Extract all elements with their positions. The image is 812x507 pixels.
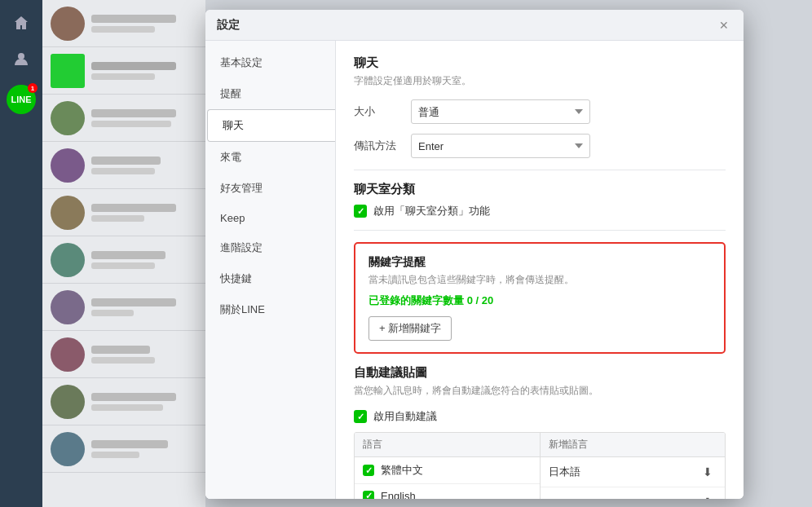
nav-item-advanced[interactable]: 進階設定 xyxy=(205,232,335,263)
list-item[interactable] xyxy=(42,331,205,378)
list-item[interactable] xyxy=(42,95,205,142)
download-japanese-button[interactable]: ⬇ xyxy=(699,463,717,481)
chat-name xyxy=(91,440,168,448)
nav-item-chat[interactable]: 聊天 xyxy=(207,109,335,142)
notification-badge: 1 xyxy=(28,83,38,93)
dialog-titlebar: 設定 ✕ xyxy=(205,10,744,41)
chat-preview xyxy=(91,168,155,174)
sidebar-profile-icon[interactable] xyxy=(7,44,36,73)
avatar xyxy=(51,243,85,277)
nav-item-calls[interactable]: 來電 xyxy=(205,142,335,173)
chat-preview xyxy=(91,73,155,80)
chat-preview xyxy=(91,404,163,411)
download-bahasa-button[interactable]: ⬇ xyxy=(699,493,717,499)
nav-item-notification[interactable]: 提醒 xyxy=(205,78,335,109)
sticker-section-desc: 當您輸入訊息時，將會自動建議您符合的表情貼或貼圖。 xyxy=(354,384,726,398)
sidebar-home-icon[interactable] xyxy=(7,8,36,37)
chat-preview xyxy=(91,310,134,316)
nav-item-shortcuts[interactable]: 快捷鍵 xyxy=(205,263,335,294)
list-item[interactable] xyxy=(42,189,205,236)
lang-item-japanese: 日本語 ⬇ xyxy=(541,457,726,487)
chat-name xyxy=(91,157,161,165)
list-item[interactable] xyxy=(42,378,205,425)
sticker-checkbox[interactable] xyxy=(354,410,367,423)
avatar xyxy=(51,7,85,41)
avatar xyxy=(51,148,85,183)
avatar xyxy=(51,385,85,419)
divider-2 xyxy=(354,230,726,231)
list-item[interactable] xyxy=(42,47,205,95)
sticker-section: 自動建議貼圖 當您輸入訊息時，將會自動建議您符合的表情貼或貼圖。 啟用自動建議 … xyxy=(354,365,726,499)
lang-item-traditional-chinese: 繁體中文 xyxy=(355,457,540,484)
chat-section-title: 聊天 xyxy=(354,55,726,71)
avatar xyxy=(51,54,85,88)
sidebar-line-icon[interactable]: LINE 1 xyxy=(7,85,36,114)
left-sidebar: LINE 1 xyxy=(0,0,42,507)
language-col-header: 語言 xyxy=(355,433,540,457)
add-keyword-button[interactable]: + 新增關鍵字 xyxy=(368,316,452,341)
lang-item-english: English xyxy=(355,484,540,499)
available-languages-col: 新增語言 日本語 ⬇ Bahasa Indonesia ⬇ Español ⬇ xyxy=(540,433,726,499)
list-item[interactable] xyxy=(42,0,205,47)
send-method-row: 傳訊方法 Enter Ctrl+Enter xyxy=(354,134,726,158)
room-category-checkbox-row: 啟用「聊天室分類」功能 xyxy=(354,204,726,218)
close-button[interactable]: ✕ xyxy=(716,17,732,33)
room-category-checkbox-label: 啟用「聊天室分類」功能 xyxy=(373,204,490,218)
enabled-languages-col: 語言 繁體中文 English xyxy=(355,433,540,499)
avatar xyxy=(51,432,85,466)
nav-item-keep[interactable]: Keep xyxy=(205,204,335,232)
lang-label-japanese: 日本語 xyxy=(549,465,580,479)
keyword-section-desc: 當未讀訊息包含這些關鍵字時，將會傳送提醒。 xyxy=(368,273,711,287)
chat-preview xyxy=(91,357,155,364)
list-item[interactable] xyxy=(42,284,205,331)
nav-item-friends[interactable]: 好友管理 xyxy=(205,173,335,204)
chat-name xyxy=(91,62,176,70)
svg-point-0 xyxy=(18,53,24,60)
nav-item-about[interactable]: 關於LINE xyxy=(205,294,335,325)
chat-name xyxy=(91,204,176,212)
chat-preview xyxy=(91,121,171,127)
chat-preview xyxy=(91,262,155,269)
sticker-checkbox-label: 啟用自動建議 xyxy=(373,409,437,424)
lang-checkbox-traditional-chinese[interactable] xyxy=(363,465,374,476)
settings-content: 聊天 字體設定僅適用於聊天室。 大小 小 普通 大 傳訊方法 Enter Ctr… xyxy=(336,41,744,499)
size-select[interactable]: 小 普通 大 xyxy=(411,99,590,124)
language-table: 語言 繁體中文 English 新增語言 xyxy=(354,432,726,499)
list-item[interactable] xyxy=(42,236,205,284)
avatar xyxy=(51,196,85,230)
room-category-title: 聊天室分類 xyxy=(354,182,726,197)
chat-name xyxy=(91,109,176,117)
nav-item-basic[interactable]: 基本設定 xyxy=(205,47,335,78)
send-method-select[interactable]: Enter Ctrl+Enter xyxy=(411,134,590,158)
chat-name xyxy=(91,346,150,354)
avatar xyxy=(51,337,85,372)
room-category-checkbox[interactable] xyxy=(354,205,367,218)
avatar xyxy=(51,290,85,324)
dialog-title: 設定 xyxy=(217,18,716,33)
lang-item-bahasa: Bahasa Indonesia ⬇ xyxy=(541,487,726,499)
keyword-count-label: 已登錄的關鍵字數量 0 / 20 xyxy=(368,293,711,308)
size-label: 大小 xyxy=(354,104,411,119)
chat-preview xyxy=(91,26,155,33)
chat-preview xyxy=(91,452,139,458)
dialog-body: 基本設定 提醒 聊天 來電 好友管理 Keep 進階設定 快捷鍵 關於LINE … xyxy=(205,41,744,499)
list-item[interactable] xyxy=(42,142,205,189)
chat-preview xyxy=(91,215,144,222)
chat-name xyxy=(91,298,176,306)
keyword-section-title: 關鍵字提醒 xyxy=(368,255,711,270)
sticker-section-title: 自動建議貼圖 xyxy=(354,365,726,381)
settings-dialog: 設定 ✕ 基本設定 提醒 聊天 來電 好友管理 Keep 進階設定 快捷鍵 關於… xyxy=(205,10,744,499)
sticker-checkbox-row: 啟用自動建議 xyxy=(354,409,726,424)
lang-label-traditional-chinese: 繁體中文 xyxy=(381,463,423,478)
lang-checkbox-english[interactable] xyxy=(363,491,374,500)
chat-list-panel xyxy=(42,0,205,507)
settings-nav: 基本設定 提醒 聊天 來電 好友管理 Keep 進階設定 快捷鍵 關於LINE xyxy=(205,41,336,499)
chat-name xyxy=(91,15,176,23)
size-row: 大小 小 普通 大 xyxy=(354,99,726,124)
chat-section-subtitle: 字體設定僅適用於聊天室。 xyxy=(354,74,726,88)
lang-label-bahasa: Bahasa Indonesia xyxy=(549,496,633,500)
lang-label-english: English xyxy=(381,490,416,499)
add-language-col-header: 新增語言 xyxy=(541,433,726,457)
divider-1 xyxy=(354,170,726,170)
list-item[interactable] xyxy=(42,425,205,473)
